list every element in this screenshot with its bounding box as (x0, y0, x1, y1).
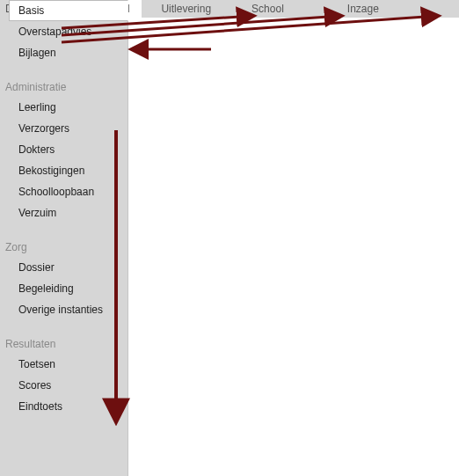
sidebar-group-header: Resultaten (0, 336, 128, 354)
sidebar-item-eindtoets[interactable]: Eindtoets (0, 396, 126, 417)
sidebar-item-label: Eindtoets (18, 400, 62, 413)
sidebar-group-resultaten: Resultaten Toetsen Scores Eindtoets (0, 336, 128, 417)
sidebar-item-label: Toetsen (18, 358, 55, 370)
sidebar-item-begeleiding[interactable]: Begeleiding (0, 278, 126, 299)
sidebar-item-verzorgers[interactable]: Verzorgers (0, 118, 126, 139)
sidebar-item-scores[interactable]: Scores (0, 375, 126, 396)
sidebar-item-label: Scores (18, 379, 51, 392)
sidebar-item-label: Leerling (18, 101, 56, 114)
sidebar-item-label: Overstapadvies (18, 26, 91, 38)
sidebar-item-label: Basis (18, 4, 44, 17)
sidebar-item-dossier[interactable]: Dossier (0, 257, 126, 278)
tab-uitlevering[interactable]: Uitlevering (152, 0, 223, 18)
sidebar-item-label: Bijlagen (18, 47, 56, 59)
sidebar-group-header: Zorg (0, 239, 128, 257)
sidebar-group-zorg: Zorg Dossier Begeleiding Overige instant… (0, 239, 128, 320)
tab-school[interactable]: School (243, 0, 296, 18)
sidebar-item-basis[interactable]: Basis (9, 0, 128, 21)
content-layout: Basis Overstapadvies Bijlagen Administra… (0, 18, 459, 476)
sidebar-item-toetsen[interactable]: Toetsen (0, 354, 126, 375)
sidebar-item-label: Dossier (18, 261, 55, 274)
main-content (128, 18, 459, 476)
sidebar-item-overstapadvies[interactable]: Overstapadvies (0, 21, 126, 42)
sidebar-item-label: Begeleiding (18, 282, 74, 295)
sidebar-item-label: Bekostigingen (18, 165, 84, 177)
sidebar-item-dokters[interactable]: Dokters (0, 139, 126, 160)
sidebar-group-administratie: Administratie Leerling Verzorgers Dokter… (0, 79, 128, 223)
sidebar-item-label: Dokters (18, 143, 55, 156)
sidebar-item-label: Schoolloopbaan (18, 186, 94, 198)
sidebar-item-label: Verzuim (18, 207, 56, 219)
sidebar-item-overige-instanties[interactable]: Overige instanties (0, 299, 126, 320)
sidebar-group-0: Basis Overstapadvies Bijlagen (0, 0, 128, 63)
sidebar-item-bekostigingen[interactable]: Bekostigingen (0, 160, 126, 181)
sidebar-group-header: Administratie (0, 79, 128, 97)
sidebar-item-verzuim[interactable]: Verzuim (0, 202, 126, 223)
sidebar-item-bijlagen[interactable]: Bijlagen (0, 42, 126, 63)
sidebar: Basis Overstapadvies Bijlagen Administra… (0, 18, 128, 476)
sidebar-item-label: Verzorgers (18, 122, 69, 135)
sidebar-item-label: Overige instanties (18, 304, 103, 316)
tab-inzage[interactable]: Inzage (339, 0, 391, 18)
sidebar-item-schoolloopbaan[interactable]: Schoolloopbaan (0, 181, 126, 202)
sidebar-item-leerling[interactable]: Leerling (0, 97, 126, 118)
